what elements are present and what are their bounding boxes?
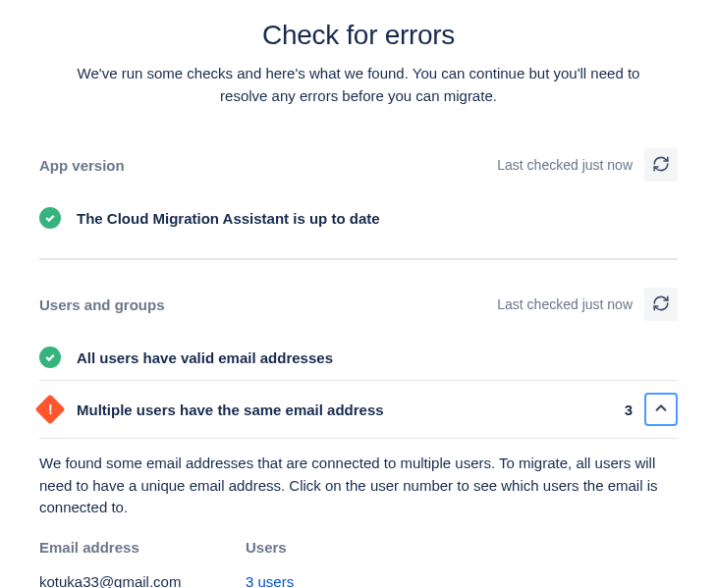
check-success-icon bbox=[39, 347, 61, 368]
detail-table: Email address kotuka33@gmail.com Users 3… bbox=[39, 539, 678, 589]
users-link[interactable]: 3 users bbox=[246, 573, 294, 589]
check-label-valid-emails: All users have valid email addresses bbox=[77, 349, 678, 366]
page-title: Check for errors bbox=[39, 20, 678, 51]
col-header-email: Email address bbox=[39, 539, 246, 556]
check-label-duplicate-emails: Multiple users have the same email addre… bbox=[77, 401, 625, 418]
divider bbox=[39, 258, 678, 260]
expand-button[interactable] bbox=[644, 393, 678, 426]
col-header-users: Users bbox=[246, 539, 294, 556]
check-label-app-version: The Cloud Migration Assistant is up to d… bbox=[77, 210, 678, 227]
check-error-icon: ! bbox=[34, 394, 65, 424]
last-checked-app-version: Last checked just now bbox=[497, 157, 633, 173]
refresh-button-users-groups[interactable] bbox=[644, 288, 678, 321]
detail-text: We found some email addresses that are c… bbox=[39, 453, 678, 519]
chevron-up-icon bbox=[654, 401, 668, 418]
duplicate-count: 3 bbox=[625, 401, 633, 418]
refresh-icon bbox=[652, 294, 670, 315]
section-app-version: App version Last checked just now bbox=[39, 148, 678, 241]
email-value: kotuka33@gmail.com bbox=[39, 573, 246, 589]
section-title-users-groups: Users and groups bbox=[39, 296, 165, 313]
section-users-groups: Users and groups Last checked just now bbox=[39, 288, 678, 588]
refresh-button-app-version[interactable] bbox=[644, 148, 678, 182]
refresh-icon bbox=[652, 155, 670, 176]
section-title-app-version: App version bbox=[39, 157, 125, 174]
check-success-icon bbox=[39, 207, 61, 229]
page-subtitle: We've run some checks and here's what we… bbox=[54, 63, 663, 107]
last-checked-users-groups: Last checked just now bbox=[497, 296, 633, 312]
